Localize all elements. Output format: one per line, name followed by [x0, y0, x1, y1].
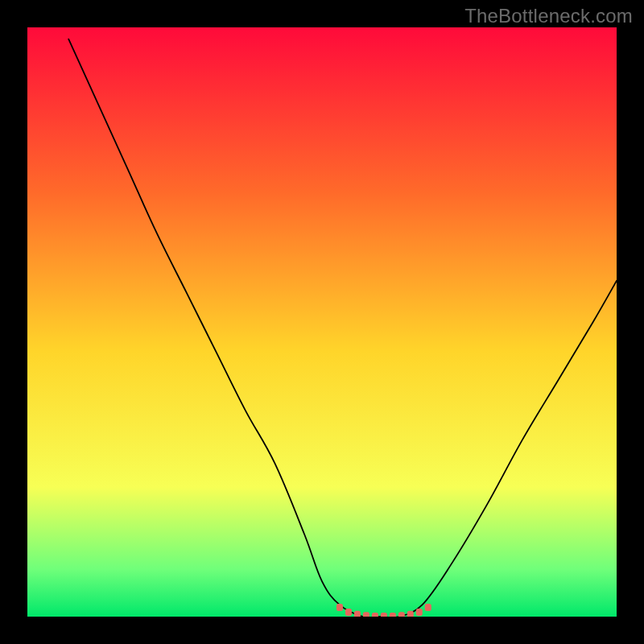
- optimal-dot: [345, 609, 352, 616]
- optimal-dot: [354, 611, 361, 617]
- optimal-dot: [398, 612, 405, 617]
- optimal-dot: [425, 604, 431, 611]
- optimal-dot: [372, 613, 378, 617]
- optimal-dot: [416, 609, 423, 616]
- optimal-dot: [390, 613, 396, 617]
- chart-svg: [27, 27, 617, 617]
- chart-frame: TheBottleneck.com: [0, 0, 644, 644]
- optimal-dot: [336, 604, 343, 611]
- plot-area: [27, 27, 617, 617]
- watermark-text: TheBottleneck.com: [464, 5, 633, 27]
- optimal-dot: [381, 613, 387, 617]
- optimal-dot: [407, 611, 414, 617]
- optimal-dot: [363, 612, 369, 617]
- gradient-background: [27, 27, 617, 617]
